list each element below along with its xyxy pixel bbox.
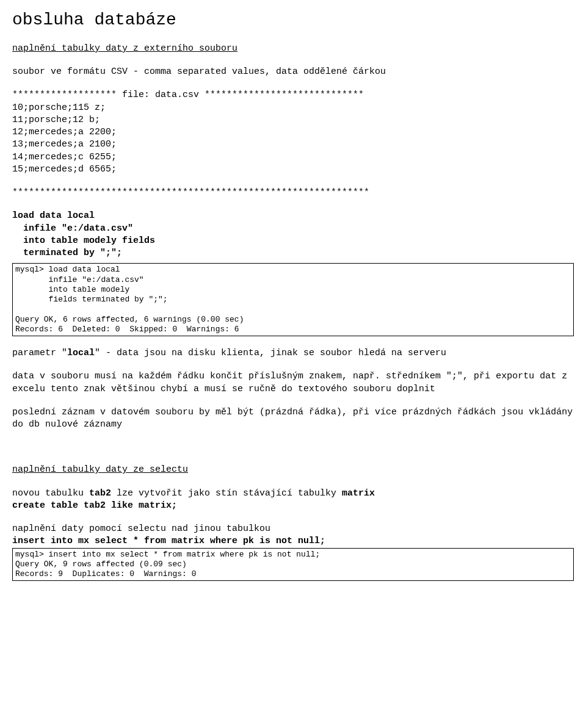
tab2-bold-2: matrix: [342, 488, 375, 499]
page-title: obsluha databáze: [12, 9, 574, 32]
paragraph-2: data v souboru musí na každém řádku konč…: [12, 370, 574, 395]
csv-content: 10;porsche;115 z; 11;porsche;12 b; 12;me…: [12, 102, 574, 176]
select-intro: naplnění daty pomocí selectu nad jinou t…: [12, 523, 574, 535]
tab2-pre: novou tabulku: [12, 488, 89, 499]
paragraph-3: poslední záznam v datovém souboru by měl…: [12, 406, 574, 431]
mysql-output-box-2: mysql> insert into mx select * from matr…: [12, 548, 574, 582]
section-heading-1: naplnění tabulky daty z externího soubor…: [12, 43, 574, 55]
tab2-paragraph: novou tabulku tab2 lze vytvořit jako stí…: [12, 488, 574, 500]
csv-intro: soubor ve formátu CSV - comma separated …: [12, 66, 574, 78]
load-data-command: load data local infile "e:/data.csv" int…: [12, 210, 574, 259]
separator-line: ****************************************…: [12, 187, 574, 199]
file-header-line: ******************* file: data.csv *****…: [12, 89, 574, 101]
local-para-post: " - data jsou na disku klienta, jinak se…: [95, 348, 446, 358]
local-keyword: local: [67, 348, 95, 358]
create-table-command: create table tab2 like matrix;: [12, 500, 574, 512]
mysql-output-box-1: mysql> load data local infile "e:/data.c…: [12, 263, 574, 336]
local-param-paragraph: parametr "local" - data jsou na disku kl…: [12, 347, 574, 359]
tab2-mid: lze vytvořit jako stín stávající tabulky: [111, 488, 342, 499]
tab2-bold-1: tab2: [89, 488, 111, 499]
section-heading-2: naplnění tabulky daty ze selectu: [12, 464, 574, 476]
local-para-pre: parametr ": [12, 348, 67, 358]
insert-command: insert into mx select * from matrix wher…: [12, 535, 574, 547]
